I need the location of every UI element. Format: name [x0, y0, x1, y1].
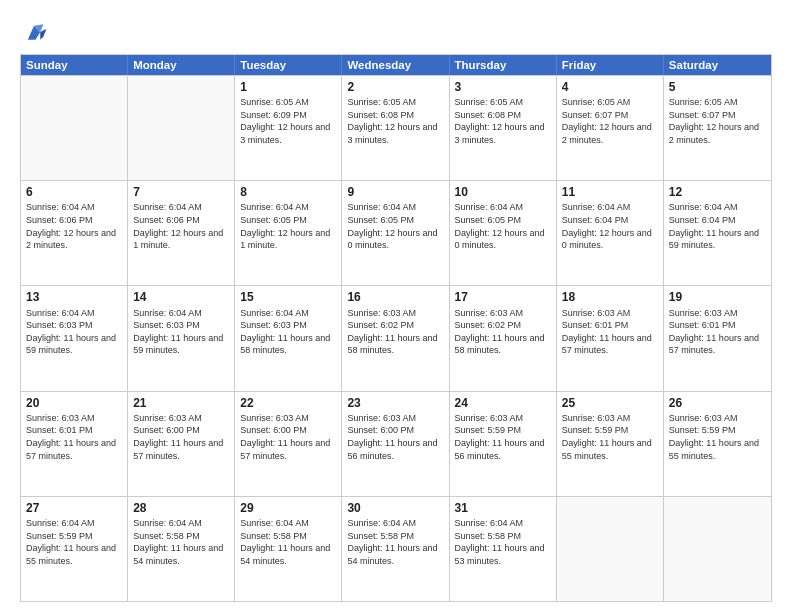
calendar-cell: 24Sunrise: 6:03 AM Sunset: 5:59 PM Dayli…	[450, 392, 557, 496]
calendar-cell: 27Sunrise: 6:04 AM Sunset: 5:59 PM Dayli…	[21, 497, 128, 601]
cell-info: Sunrise: 6:04 AM Sunset: 6:03 PM Dayligh…	[133, 307, 229, 357]
day-number: 13	[26, 289, 122, 305]
calendar-cell: 4Sunrise: 6:05 AM Sunset: 6:07 PM Daylig…	[557, 76, 664, 180]
calendar-cell: 17Sunrise: 6:03 AM Sunset: 6:02 PM Dayli…	[450, 286, 557, 390]
day-number: 11	[562, 184, 658, 200]
day-number: 6	[26, 184, 122, 200]
page: SundayMondayTuesdayWednesdayThursdayFrid…	[0, 0, 792, 612]
cell-info: Sunrise: 6:03 AM Sunset: 6:00 PM Dayligh…	[240, 412, 336, 462]
calendar-cell: 9Sunrise: 6:04 AM Sunset: 6:05 PM Daylig…	[342, 181, 449, 285]
cell-info: Sunrise: 6:03 AM Sunset: 5:59 PM Dayligh…	[455, 412, 551, 462]
calendar-cell	[664, 497, 771, 601]
cell-info: Sunrise: 6:04 AM Sunset: 5:58 PM Dayligh…	[347, 517, 443, 567]
calendar-cell: 14Sunrise: 6:04 AM Sunset: 6:03 PM Dayli…	[128, 286, 235, 390]
day-number: 26	[669, 395, 766, 411]
cell-info: Sunrise: 6:04 AM Sunset: 6:05 PM Dayligh…	[240, 201, 336, 251]
cell-info: Sunrise: 6:03 AM Sunset: 6:01 PM Dayligh…	[26, 412, 122, 462]
cell-info: Sunrise: 6:04 AM Sunset: 5:58 PM Dayligh…	[133, 517, 229, 567]
calendar-cell: 26Sunrise: 6:03 AM Sunset: 5:59 PM Dayli…	[664, 392, 771, 496]
cell-info: Sunrise: 6:04 AM Sunset: 6:03 PM Dayligh…	[26, 307, 122, 357]
day-number: 4	[562, 79, 658, 95]
cell-info: Sunrise: 6:03 AM Sunset: 6:00 PM Dayligh…	[133, 412, 229, 462]
cell-info: Sunrise: 6:05 AM Sunset: 6:08 PM Dayligh…	[347, 96, 443, 146]
logo	[20, 18, 52, 46]
calendar-cell: 25Sunrise: 6:03 AM Sunset: 5:59 PM Dayli…	[557, 392, 664, 496]
calendar-header-cell: Saturday	[664, 55, 771, 75]
calendar-cell: 2Sunrise: 6:05 AM Sunset: 6:08 PM Daylig…	[342, 76, 449, 180]
day-number: 5	[669, 79, 766, 95]
calendar-header-cell: Sunday	[21, 55, 128, 75]
day-number: 10	[455, 184, 551, 200]
calendar-cell: 29Sunrise: 6:04 AM Sunset: 5:58 PM Dayli…	[235, 497, 342, 601]
cell-info: Sunrise: 6:05 AM Sunset: 6:07 PM Dayligh…	[669, 96, 766, 146]
calendar-cell: 3Sunrise: 6:05 AM Sunset: 6:08 PM Daylig…	[450, 76, 557, 180]
calendar-cell: 30Sunrise: 6:04 AM Sunset: 5:58 PM Dayli…	[342, 497, 449, 601]
cell-info: Sunrise: 6:04 AM Sunset: 6:06 PM Dayligh…	[133, 201, 229, 251]
cell-info: Sunrise: 6:04 AM Sunset: 5:58 PM Dayligh…	[455, 517, 551, 567]
calendar-cell: 1Sunrise: 6:05 AM Sunset: 6:09 PM Daylig…	[235, 76, 342, 180]
logo-icon	[20, 18, 48, 46]
day-number: 21	[133, 395, 229, 411]
day-number: 14	[133, 289, 229, 305]
cell-info: Sunrise: 6:05 AM Sunset: 6:08 PM Dayligh…	[455, 96, 551, 146]
calendar-header-cell: Thursday	[450, 55, 557, 75]
day-number: 9	[347, 184, 443, 200]
cell-info: Sunrise: 6:04 AM Sunset: 5:59 PM Dayligh…	[26, 517, 122, 567]
cell-info: Sunrise: 6:03 AM Sunset: 6:02 PM Dayligh…	[455, 307, 551, 357]
cell-info: Sunrise: 6:03 AM Sunset: 5:59 PM Dayligh…	[669, 412, 766, 462]
calendar-cell: 11Sunrise: 6:04 AM Sunset: 6:04 PM Dayli…	[557, 181, 664, 285]
calendar-week: 1Sunrise: 6:05 AM Sunset: 6:09 PM Daylig…	[21, 75, 771, 180]
day-number: 25	[562, 395, 658, 411]
calendar-cell: 6Sunrise: 6:04 AM Sunset: 6:06 PM Daylig…	[21, 181, 128, 285]
day-number: 3	[455, 79, 551, 95]
day-number: 18	[562, 289, 658, 305]
day-number: 2	[347, 79, 443, 95]
calendar-cell: 18Sunrise: 6:03 AM Sunset: 6:01 PM Dayli…	[557, 286, 664, 390]
day-number: 12	[669, 184, 766, 200]
day-number: 16	[347, 289, 443, 305]
calendar-header-cell: Wednesday	[342, 55, 449, 75]
calendar-cell	[128, 76, 235, 180]
calendar-cell: 28Sunrise: 6:04 AM Sunset: 5:58 PM Dayli…	[128, 497, 235, 601]
calendar-week: 20Sunrise: 6:03 AM Sunset: 6:01 PM Dayli…	[21, 391, 771, 496]
header	[20, 18, 772, 46]
cell-info: Sunrise: 6:04 AM Sunset: 5:58 PM Dayligh…	[240, 517, 336, 567]
cell-info: Sunrise: 6:04 AM Sunset: 6:05 PM Dayligh…	[455, 201, 551, 251]
day-number: 1	[240, 79, 336, 95]
calendar-cell: 23Sunrise: 6:03 AM Sunset: 6:00 PM Dayli…	[342, 392, 449, 496]
calendar-cell: 10Sunrise: 6:04 AM Sunset: 6:05 PM Dayli…	[450, 181, 557, 285]
day-number: 22	[240, 395, 336, 411]
cell-info: Sunrise: 6:05 AM Sunset: 6:09 PM Dayligh…	[240, 96, 336, 146]
calendar-body: 1Sunrise: 6:05 AM Sunset: 6:09 PM Daylig…	[21, 75, 771, 601]
cell-info: Sunrise: 6:04 AM Sunset: 6:04 PM Dayligh…	[562, 201, 658, 251]
svg-marker-2	[40, 29, 46, 40]
calendar-cell: 19Sunrise: 6:03 AM Sunset: 6:01 PM Dayli…	[664, 286, 771, 390]
day-number: 23	[347, 395, 443, 411]
calendar-cell: 31Sunrise: 6:04 AM Sunset: 5:58 PM Dayli…	[450, 497, 557, 601]
cell-info: Sunrise: 6:03 AM Sunset: 5:59 PM Dayligh…	[562, 412, 658, 462]
calendar-header-cell: Friday	[557, 55, 664, 75]
calendar-cell	[557, 497, 664, 601]
cell-info: Sunrise: 6:04 AM Sunset: 6:04 PM Dayligh…	[669, 201, 766, 251]
day-number: 7	[133, 184, 229, 200]
cell-info: Sunrise: 6:03 AM Sunset: 6:02 PM Dayligh…	[347, 307, 443, 357]
cell-info: Sunrise: 6:03 AM Sunset: 6:01 PM Dayligh…	[562, 307, 658, 357]
calendar-week: 13Sunrise: 6:04 AM Sunset: 6:03 PM Dayli…	[21, 285, 771, 390]
calendar-week: 27Sunrise: 6:04 AM Sunset: 5:59 PM Dayli…	[21, 496, 771, 601]
calendar-header: SundayMondayTuesdayWednesdayThursdayFrid…	[21, 55, 771, 75]
cell-info: Sunrise: 6:03 AM Sunset: 6:01 PM Dayligh…	[669, 307, 766, 357]
calendar-cell: 13Sunrise: 6:04 AM Sunset: 6:03 PM Dayli…	[21, 286, 128, 390]
calendar-cell: 7Sunrise: 6:04 AM Sunset: 6:06 PM Daylig…	[128, 181, 235, 285]
cell-info: Sunrise: 6:03 AM Sunset: 6:00 PM Dayligh…	[347, 412, 443, 462]
day-number: 20	[26, 395, 122, 411]
calendar-cell: 16Sunrise: 6:03 AM Sunset: 6:02 PM Dayli…	[342, 286, 449, 390]
calendar-cell: 15Sunrise: 6:04 AM Sunset: 6:03 PM Dayli…	[235, 286, 342, 390]
day-number: 8	[240, 184, 336, 200]
day-number: 17	[455, 289, 551, 305]
calendar: SundayMondayTuesdayWednesdayThursdayFrid…	[20, 54, 772, 602]
cell-info: Sunrise: 6:05 AM Sunset: 6:07 PM Dayligh…	[562, 96, 658, 146]
calendar-cell: 5Sunrise: 6:05 AM Sunset: 6:07 PM Daylig…	[664, 76, 771, 180]
cell-info: Sunrise: 6:04 AM Sunset: 6:06 PM Dayligh…	[26, 201, 122, 251]
calendar-header-cell: Tuesday	[235, 55, 342, 75]
calendar-cell: 20Sunrise: 6:03 AM Sunset: 6:01 PM Dayli…	[21, 392, 128, 496]
